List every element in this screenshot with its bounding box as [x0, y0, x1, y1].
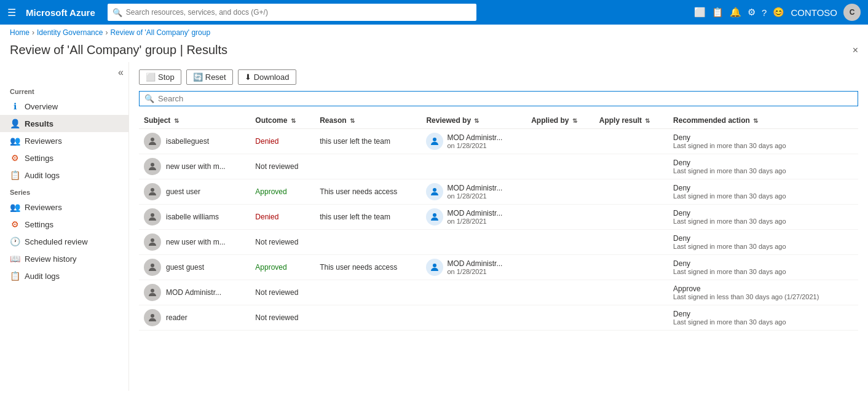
notification-icon[interactable]: 🔔	[730, 7, 741, 18]
sidebar: « Current ℹ Overview 👤 Results 👥 Reviewe…	[0, 62, 129, 391]
hamburger-icon[interactable]: ☰	[7, 7, 16, 18]
subject-avatar	[144, 309, 161, 326]
subject-cell: MOD Administr...	[144, 284, 245, 301]
col-reviewed-by[interactable]: Reviewed by ⇅	[421, 112, 526, 129]
rec-action-sub: Last signed in more than 30 days ago	[673, 218, 853, 225]
outcome-cell: Approved	[250, 255, 315, 280]
apply-result-cell	[594, 179, 668, 205]
rec-action-main: Approve	[673, 284, 853, 293]
reviewer-avatar	[426, 259, 443, 276]
applied-by-cell	[526, 129, 594, 154]
appliedby-sort-icon[interactable]: ⇅	[572, 117, 577, 124]
stop-button[interactable]: ⬜ Stop	[139, 69, 181, 85]
breadcrumb-identity-governance[interactable]: Identity Governance	[37, 28, 103, 37]
rec-action-main: Deny	[673, 234, 853, 243]
close-button[interactable]: ×	[853, 45, 858, 56]
subject-avatar	[144, 259, 161, 276]
recommended-action-cell: Deny Last signed in more than 30 days ag…	[668, 129, 858, 154]
nav-icons: ⬜ 📋 🔔 ⚙ ? 😊 CONTOSO C	[694, 4, 861, 21]
results-search-input[interactable]	[158, 94, 853, 103]
sidebar-history-label: Review history	[25, 254, 77, 264]
outcome-sort-icon[interactable]: ⇅	[291, 117, 296, 124]
rec-action-main: Deny	[673, 133, 853, 142]
sidebar-collapse-button[interactable]: «	[0, 67, 128, 83]
applyresult-sort-icon[interactable]: ⇅	[645, 117, 650, 124]
reviewer-name: MOD Administr...	[447, 184, 502, 192]
results-table: Subject ⇅ Outcome ⇅ Reason ⇅ Reviewed by…	[139, 112, 858, 331]
sidebar-item-scheduled-review[interactable]: 🕐 Scheduled review	[0, 233, 128, 250]
audit-icon: 📋	[10, 170, 20, 180]
sidebar-item-audit-logs-series[interactable]: 📋 Audit logs	[0, 267, 128, 284]
recommended-action-cell: Approve Last signed in less than 30 days…	[668, 280, 858, 305]
subject-name[interactable]: guest user	[166, 187, 200, 196]
subject-name[interactable]: isabelle williams	[166, 213, 219, 221]
help-icon[interactable]: ?	[762, 7, 767, 18]
breadcrumb-home[interactable]: Home	[10, 28, 30, 37]
results-search-box[interactable]: 🔍	[139, 91, 858, 106]
rec-action-main: Deny	[673, 209, 853, 218]
subject-name[interactable]: guest guest	[166, 263, 204, 272]
subject-name[interactable]: new user with m...	[166, 238, 226, 246]
reviewer-date: on 1/28/2021	[447, 268, 502, 275]
subject-name[interactable]: MOD Administr...	[166, 288, 221, 297]
reviewer-cell: MOD Administr... on 1/28/2021	[426, 133, 521, 150]
applied-by-cell	[526, 205, 594, 230]
reviewer-name: MOD Administr...	[447, 133, 502, 142]
outcome-cell: Denied	[250, 205, 315, 230]
search-icon: 🔍	[112, 8, 122, 17]
global-search-input[interactable]	[126, 8, 471, 17]
sidebar-item-results[interactable]: 👤 Results	[0, 115, 128, 132]
subject-name[interactable]: new user with m...	[166, 162, 226, 171]
reviewed-by-cell: MOD Administr... on 1/28/2021	[421, 205, 526, 230]
svg-point-2	[151, 163, 154, 167]
portal-icon[interactable]: ⬜	[694, 7, 706, 18]
col-subject[interactable]: Subject ⇅	[139, 112, 250, 129]
sidebar-results-label: Results	[25, 119, 53, 128]
reviewed-by-cell	[421, 305, 526, 331]
smiley-icon[interactable]: 😊	[773, 7, 784, 18]
applied-by-cell	[526, 230, 594, 255]
sidebar-item-review-history[interactable]: 📖 Review history	[0, 250, 128, 267]
users-icon: 👥	[10, 136, 20, 146]
svg-point-11	[151, 314, 154, 318]
sidebar-item-overview[interactable]: ℹ Overview	[0, 98, 128, 115]
col-applied-by[interactable]: Applied by ⇅	[526, 112, 594, 129]
sidebar-item-settings[interactable]: ⚙ Settings	[0, 149, 128, 167]
outcome-cell: Not reviewed	[250, 154, 315, 179]
col-recommended-action[interactable]: Recommended action ⇅	[668, 112, 858, 129]
settings-icon[interactable]: ⚙	[748, 7, 756, 18]
avatar[interactable]: C	[843, 4, 861, 21]
reset-button[interactable]: 🔄 Reset	[186, 69, 233, 85]
series-gear-icon: ⚙	[10, 219, 20, 229]
reviewedby-sort-icon[interactable]: ⇅	[474, 117, 479, 124]
sidebar-item-series-settings[interactable]: ⚙ Settings	[0, 216, 128, 233]
sidebar-item-reviewers[interactable]: 👥 Reviewers	[0, 132, 128, 149]
breadcrumb-review[interactable]: Review of 'All Company' group	[110, 28, 210, 37]
col-reason[interactable]: Reason ⇅	[315, 112, 421, 129]
subject-name[interactable]: isabelleguest	[166, 137, 209, 146]
col-apply-result[interactable]: Apply result ⇅	[594, 112, 668, 129]
reviewer-avatar	[426, 208, 443, 225]
subject-name[interactable]: reader	[166, 313, 187, 322]
recaction-sort-icon[interactable]: ⇅	[753, 117, 758, 124]
reviewer-name: MOD Administr...	[447, 209, 502, 218]
reviewer-avatar	[426, 133, 443, 150]
table-row: isabelleguest Deniedthis user left the t…	[139, 129, 858, 154]
table-row: reader Not reviewed Deny Last signed in …	[139, 305, 858, 331]
global-search-bar[interactable]: 🔍	[108, 4, 476, 21]
reviewed-by-cell	[421, 280, 526, 305]
subject-sort-icon[interactable]: ⇅	[174, 117, 179, 124]
reason-sort-icon[interactable]: ⇅	[350, 117, 355, 124]
download-button[interactable]: ⬇ Download	[238, 69, 296, 85]
col-outcome[interactable]: Outcome ⇅	[250, 112, 315, 129]
sidebar-series-reviewers-label: Reviewers	[25, 203, 62, 212]
reviewer-name: MOD Administr...	[447, 259, 502, 268]
content-area: ⬜ Stop 🔄 Reset ⬇ Download 🔍 Subject	[129, 62, 868, 391]
outcome-value: Not reviewed	[255, 288, 298, 297]
sidebar-item-series-reviewers[interactable]: 👥 Reviewers	[0, 198, 128, 216]
apply-result-cell	[594, 305, 668, 331]
sidebar-item-audit-logs-current[interactable]: 📋 Audit logs	[0, 167, 128, 184]
apply-result-cell	[594, 129, 668, 154]
feedback-icon[interactable]: 📋	[712, 7, 724, 18]
reason-cell: This user needs access	[315, 255, 421, 280]
